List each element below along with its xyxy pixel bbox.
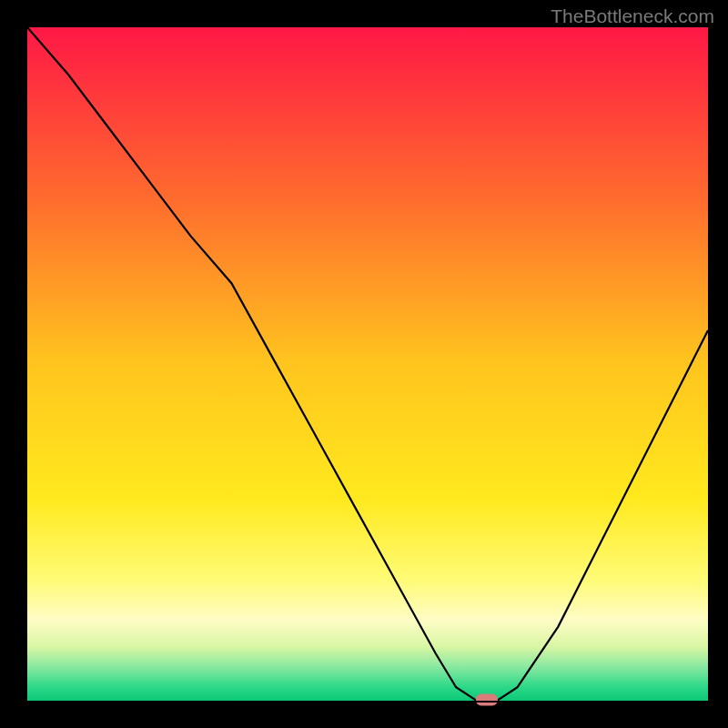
bottleneck-chart: TheBottleneck.com [0, 0, 728, 728]
watermark: TheBottleneck.com [551, 5, 714, 27]
baseline [27, 701, 708, 703]
plot-background [27, 27, 708, 701]
optimal-marker [476, 694, 498, 706]
chart-svg [0, 0, 728, 728]
